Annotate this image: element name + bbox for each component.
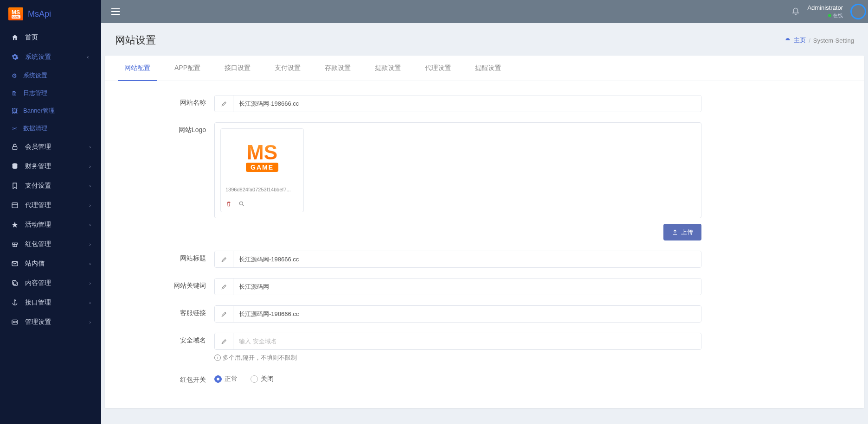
svg-rect-2 (12, 203, 18, 208)
input-site-keywords[interactable] (233, 278, 701, 295)
zoom-logo-button[interactable] (238, 201, 245, 207)
chevron-down-icon: ⌄ (86, 55, 92, 59)
label-site-name: 网站名称 (122, 95, 214, 107)
nav-banner[interactable]: 🖼Banner管理 (21, 102, 101, 120)
safe-domain-help: i 多个用,隔开，不填则不限制 (214, 354, 701, 362)
tab-deposit-config[interactable]: 存款设置 (318, 56, 357, 81)
label-service-link: 客服链接 (122, 305, 214, 317)
nav-content[interactable]: 内容管理 › (0, 273, 101, 293)
main: Administrator 在线 网站设置 主页 / System-Settin… (101, 0, 868, 424)
nav-finance[interactable]: 财务管理 › (0, 157, 101, 176)
label-safe-domain: 安全域名 (122, 333, 214, 345)
breadcrumb-current: System-Setting (813, 37, 854, 44)
chevron-right-icon: › (89, 280, 91, 286)
zoom-icon (238, 201, 245, 207)
id-icon (10, 318, 19, 326)
tabs: 网站配置 APP配置 接口设置 支付设置 存款设置 提款设置 代理设置 提醒设置 (105, 56, 864, 81)
logo-filename: 1396d824fa07253f14bbef7... (225, 187, 299, 192)
nav-system-settings[interactable]: ⚙系统设置 (21, 67, 101, 84)
edit-icon (215, 278, 233, 295)
breadcrumb: 主页 / System-Setting (784, 36, 854, 44)
info-icon: i (214, 354, 221, 361)
scissors-icon: ✂ (10, 125, 19, 132)
nav-api[interactable]: 接口管理 › (0, 293, 101, 312)
input-safe-domain[interactable] (233, 333, 701, 349)
page-header: 网站设置 主页 / System-Setting (101, 23, 868, 56)
breadcrumb-home[interactable]: 主页 (794, 36, 806, 44)
svg-point-16 (239, 202, 243, 205)
copy-icon (10, 279, 19, 287)
chevron-right-icon: › (89, 319, 91, 325)
nav-system[interactable]: 系统设置 ⌄ (0, 47, 101, 67)
nav-home[interactable]: 首页 (0, 28, 101, 47)
edit-icon (215, 306, 233, 322)
brand-logo[interactable]: MSGAME MsApi (0, 0, 101, 28)
svg-line-17 (243, 205, 244, 206)
tab-payment-config[interactable]: 支付设置 (268, 56, 307, 81)
topbar: Administrator 在线 (101, 0, 868, 23)
nav-activity[interactable]: 活动管理 › (0, 215, 101, 234)
list-icon (10, 202, 19, 209)
user-name: Administrator (807, 4, 843, 12)
label-redpacket-switch: 红包开关 (122, 372, 214, 384)
user-status: 在线 (807, 12, 843, 19)
database-icon (10, 163, 19, 170)
nav-redpacket[interactable]: 红包管理 › (0, 234, 101, 254)
tab-api-config[interactable]: 接口设置 (218, 56, 257, 81)
svg-rect-8 (13, 282, 17, 285)
radio-dot-icon (251, 375, 258, 383)
tab-withdraw-config[interactable]: 提款设置 (368, 56, 407, 81)
chevron-right-icon: › (89, 222, 91, 228)
radio-normal[interactable]: 正常 (214, 375, 238, 383)
tab-agent-config[interactable]: 代理设置 (418, 56, 457, 81)
input-site-name[interactable] (233, 95, 701, 112)
image-icon: 🖼 (10, 108, 19, 114)
nav-admin[interactable]: 管理设置 › (0, 312, 101, 332)
avatar[interactable] (850, 4, 866, 19)
radio-dot-icon (214, 375, 222, 383)
bell-icon (791, 7, 800, 16)
chevron-right-icon: › (89, 183, 91, 189)
chevron-right-icon: › (89, 261, 91, 266)
nav-payment[interactable]: 支付设置 › (0, 176, 101, 196)
nav-system-submenu: ⚙系统设置 🗎日志管理 🖼Banner管理 ✂数据清理 (0, 67, 101, 137)
input-site-title[interactable] (233, 251, 701, 267)
user-menu[interactable]: Administrator 在线 (807, 4, 843, 19)
svg-rect-9 (13, 281, 16, 285)
label-site-keywords: 网站关键词 (122, 278, 214, 290)
hamburger-icon (111, 8, 120, 15)
delete-logo-button[interactable] (225, 201, 232, 207)
tab-app-config[interactable]: APP配置 (168, 56, 207, 81)
mail-icon (10, 260, 19, 267)
page-title: 网站设置 (115, 33, 156, 47)
tab-site-config[interactable]: 网站配置 (118, 56, 157, 81)
gear-icon: ⚙ (10, 72, 19, 79)
radio-closed[interactable]: 关闭 (251, 375, 274, 383)
bookmark-icon (10, 182, 19, 190)
upload-button[interactable]: 上传 (663, 224, 701, 240)
chevron-right-icon: › (89, 144, 91, 150)
nav-message[interactable]: 站内信 › (0, 254, 101, 273)
notifications-button[interactable] (791, 7, 800, 16)
edit-icon (215, 333, 233, 349)
settings-card: 网站配置 APP配置 接口设置 支付设置 存款设置 提款设置 代理设置 提醒设置… (105, 56, 864, 408)
logo-icon: MSGAME (8, 7, 23, 20)
label-site-title: 网站标题 (122, 251, 214, 263)
input-service-link[interactable] (233, 306, 701, 322)
nav-member[interactable]: 会员管理 › (0, 137, 101, 157)
logo-preview-card: MS GAME 1396d824fa07253f14bbef7... (220, 128, 304, 212)
status-dot-icon (828, 14, 831, 17)
tab-remind-config[interactable]: 提醒设置 (469, 56, 508, 81)
nav-logs[interactable]: 🗎日志管理 (21, 84, 101, 102)
home-icon (10, 34, 19, 41)
chevron-right-icon: › (89, 300, 91, 305)
nav-cleanup[interactable]: ✂数据清理 (21, 120, 101, 137)
nav-agent[interactable]: 代理管理 › (0, 196, 101, 215)
star-icon (10, 221, 19, 228)
svg-point-10 (14, 300, 16, 301)
chevron-right-icon: › (89, 241, 91, 247)
document-icon: 🗎 (10, 90, 19, 97)
logo-image: MS GAME (225, 133, 299, 182)
brand-name: MsApi (28, 9, 51, 19)
menu-toggle[interactable] (109, 6, 122, 18)
